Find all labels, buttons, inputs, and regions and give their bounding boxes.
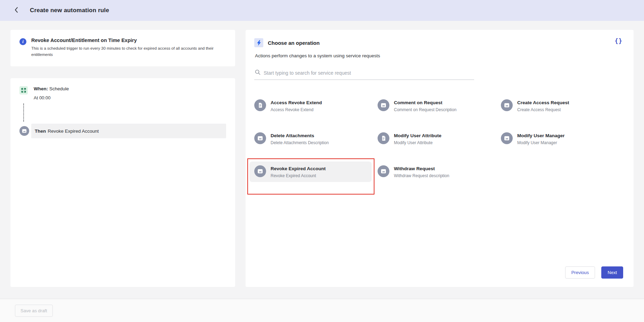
image-icon <box>254 165 266 177</box>
when-label: When: <box>34 86 48 91</box>
save-as-draft-button[interactable]: Save as draft <box>15 305 53 317</box>
info-icon: i <box>19 38 26 45</box>
operation-title: Delete Attachments <box>271 132 329 138</box>
search-input[interactable] <box>264 70 473 76</box>
operation-title: Revoke Expired Account <box>271 165 326 171</box>
operation-description: Modify User Attribute <box>394 140 441 145</box>
then-value: Revoke Expired Account <box>48 129 99 134</box>
code-braces-icon[interactable]: {} <box>615 38 622 44</box>
main-area: i Revoke Account/Entitlement on Time Exp… <box>0 21 644 299</box>
operation-revoke-expired-account[interactable]: Revoke Expired Account Revoke Expired Ac… <box>249 162 372 182</box>
previous-button[interactable]: Previous <box>565 266 595 279</box>
then-label: Then <box>35 129 46 134</box>
operation-modify-user-manager[interactable]: Modify User Manager Modify User Manager <box>496 129 618 149</box>
image-icon <box>501 99 513 111</box>
top-bar: Create new automation rule <box>0 0 644 21</box>
schedule-trigger-icon <box>19 86 28 94</box>
when-value: Schedule <box>49 86 69 91</box>
operation-cell: Comment on Request Comment on Request De… <box>378 99 501 132</box>
then-step[interactable]: Then Revoke Expired Account <box>19 124 226 138</box>
operation-panel-title: Choose an operation <box>268 40 320 46</box>
operation-delete-attachments[interactable]: Delete Attachments Delete Attachments De… <box>249 129 372 149</box>
operation-withdraw-request[interactable]: Withdraw Request Withdraw Request descri… <box>373 162 495 182</box>
rule-preview-card: When: Schedule At 00:00 Then Revoke Expi… <box>10 78 235 287</box>
operation-cell-empty <box>501 165 623 198</box>
image-icon <box>378 165 389 177</box>
operation-title: Comment on Request <box>394 99 456 105</box>
footer-bar: Save as draft <box>0 299 644 322</box>
operation-title: Create Access Request <box>517 99 569 105</box>
operation-panel-subtitle: Actions perform changes to a system usin… <box>255 53 623 58</box>
when-detail: At 00:00 <box>34 95 69 100</box>
image-icon <box>254 132 266 144</box>
operation-title: Modify User Manager <box>517 132 565 138</box>
operation-access-revoke-extend[interactable]: Access Revoke Extend Access Revoke Exten… <box>249 96 372 116</box>
operation-title: Access Revoke Extend <box>271 99 322 105</box>
operation-cell: Modify User Attribute Modify User Attrib… <box>378 132 501 165</box>
next-button[interactable]: Next <box>601 266 623 279</box>
trigger-info-card: i Revoke Account/Entitlement on Time Exp… <box>10 30 235 66</box>
when-label-row: When: Schedule <box>34 86 69 91</box>
operation-comment-on-request[interactable]: Comment on Request Comment on Request De… <box>373 96 495 116</box>
operation-panel: Choose an operation {} Actions perform c… <box>246 30 634 287</box>
operation-cell: Modify User Manager Modify User Manager <box>501 132 623 165</box>
operation-description: Withdraw Request description <box>394 173 449 178</box>
chevron-left-icon <box>15 7 18 14</box>
operation-search[interactable] <box>254 67 474 80</box>
operation-description: Modify User Manager <box>517 140 565 145</box>
search-icon <box>255 69 261 76</box>
operation-description: Comment on Request Description <box>394 107 456 112</box>
trigger-title: Revoke Account/Entitlement on Time Expir… <box>31 38 225 43</box>
operation-description: Access Revoke Extend <box>271 107 322 112</box>
back-button[interactable] <box>10 5 22 16</box>
operation-title: Withdraw Request <box>394 165 449 171</box>
operation-description: Delete Attachments Description <box>271 140 329 145</box>
then-strip: Then Revoke Expired Account <box>31 124 226 138</box>
operations-grid: Access Revoke Extend Access Revoke Exten… <box>254 99 623 198</box>
lightning-icon <box>254 38 263 47</box>
trigger-description: This is a scheduled trigger to run every… <box>31 46 225 58</box>
page-title: Create new automation rule <box>30 7 109 14</box>
operation-create-access-request[interactable]: Create Access Request Create Access Requ… <box>496 96 618 116</box>
operation-description: Revoke Expired Account <box>271 173 326 178</box>
image-icon <box>501 132 513 144</box>
action-icon <box>19 126 29 136</box>
operation-cell: Delete Attachments Delete Attachments De… <box>254 132 378 165</box>
operation-cell: Create Access Request Create Access Requ… <box>501 99 623 132</box>
document-icon <box>254 99 266 111</box>
when-step[interactable]: When: Schedule At 00:00 <box>19 86 226 100</box>
operation-description: Create Access Request <box>517 107 569 112</box>
operation-title: Modify User Attribute <box>394 132 441 138</box>
step-connector-line <box>23 104 226 122</box>
operation-cell: Access Revoke Extend Access Revoke Exten… <box>254 99 378 132</box>
document-icon <box>378 132 389 144</box>
operation-modify-user-attribute[interactable]: Modify User Attribute Modify User Attrib… <box>373 129 495 149</box>
image-icon <box>378 99 389 111</box>
operation-cell: Revoke Expired Account Revoke Expired Ac… <box>254 165 378 198</box>
operation-cell: Withdraw Request Withdraw Request descri… <box>378 165 501 198</box>
